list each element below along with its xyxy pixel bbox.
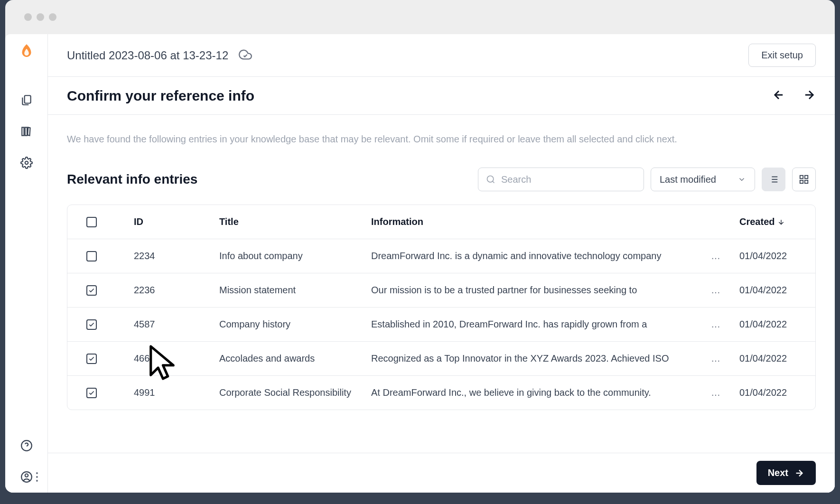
section-title: Confirm your reference info: [67, 88, 254, 104]
sidebar-item-account[interactable]: •••: [20, 471, 33, 483]
window-close-dot[interactable]: [24, 13, 32, 21]
entries-table: ID Title Information Created 2234 Info a…: [67, 205, 816, 410]
document-title[interactable]: Untitled 2023-08-06 at 13-23-12: [67, 49, 228, 62]
cell-information: Established in 2010, DreamForward Inc. h…: [371, 319, 711, 330]
cloud-sync-icon: [239, 48, 252, 63]
svg-line-11: [493, 181, 495, 183]
table-row[interactable]: 4587 Company history Established in 2010…: [67, 308, 815, 342]
row-checkbox[interactable]: [86, 319, 97, 330]
grid-view-button[interactable]: [792, 168, 816, 191]
list-icon: [768, 174, 779, 185]
table-row[interactable]: 4668 Accolades and awards Recognized as …: [67, 342, 815, 376]
next-button[interactable]: Next: [756, 461, 816, 485]
section-header: Confirm your reference info: [48, 77, 835, 115]
cell-title: Company history: [219, 319, 371, 330]
sort-desc-icon: [777, 218, 785, 226]
svg-rect-20: [805, 180, 808, 183]
cell-title: Accolades and awards: [219, 353, 371, 364]
search-icon: [486, 175, 495, 184]
sidebar: •••: [5, 34, 48, 493]
cell-id: 4587: [134, 319, 219, 330]
row-more-button[interactable]: …: [711, 387, 739, 398]
cell-information: Recognized as a Top Innovator in the XYZ…: [371, 353, 711, 364]
row-more-button[interactable]: …: [711, 353, 739, 364]
sidebar-item-documents[interactable]: [20, 94, 33, 106]
row-more-button[interactable]: …: [711, 285, 739, 296]
row-more-button[interactable]: …: [711, 319, 739, 330]
app-logo: [18, 43, 36, 61]
svg-rect-18: [800, 176, 803, 178]
sidebar-item-library[interactable]: [20, 125, 33, 138]
cell-created: 01/04/2022: [739, 353, 815, 364]
svg-point-7: [25, 474, 28, 477]
window-maximize-dot[interactable]: [49, 13, 56, 21]
arrow-right-icon: [794, 468, 804, 478]
cell-information: DreamForward Inc. is a dynamic and innov…: [371, 251, 711, 261]
col-information[interactable]: Information: [371, 216, 711, 227]
svg-rect-1: [22, 127, 24, 135]
svg-rect-0: [24, 95, 30, 103]
cell-id: 2234: [134, 251, 219, 261]
nav-back-button[interactable]: [772, 88, 785, 103]
row-checkbox[interactable]: [86, 251, 97, 261]
cell-information: At DreamForward Inc., we believe in givi…: [371, 387, 711, 398]
svg-rect-21: [800, 180, 803, 183]
col-id[interactable]: ID: [134, 216, 219, 227]
cell-created: 01/04/2022: [739, 285, 815, 296]
svg-rect-19: [805, 176, 808, 178]
next-label: Next: [768, 467, 788, 478]
row-checkbox[interactable]: [86, 388, 97, 398]
sort-select[interactable]: Last modified: [651, 168, 755, 191]
sort-label: Last modified: [660, 174, 716, 185]
row-checkbox[interactable]: [86, 354, 97, 364]
col-created[interactable]: Created: [739, 216, 815, 227]
section-description: We have found the following entries in y…: [67, 134, 816, 145]
cell-id: 4991: [134, 387, 219, 398]
cell-title: Corporate Social Responsibility: [219, 387, 371, 398]
footer: Next: [48, 453, 835, 493]
sidebar-item-settings[interactable]: [20, 157, 33, 169]
cell-created: 01/04/2022: [739, 387, 815, 398]
topbar: Untitled 2023-08-06 at 13-23-12 Exit set…: [48, 34, 835, 77]
cell-title: Info about company: [219, 251, 371, 261]
main-content: Untitled 2023-08-06 at 13-23-12 Exit set…: [48, 34, 835, 493]
row-more-button[interactable]: …: [711, 251, 739, 261]
list-view-button[interactable]: [762, 168, 785, 191]
table-row[interactable]: 4991 Corporate Social Responsibility At …: [67, 376, 815, 410]
search-input[interactable]: [501, 174, 636, 185]
table-header: ID Title Information Created: [67, 205, 815, 239]
cell-created: 01/04/2022: [739, 319, 815, 330]
cell-title: Mission statement: [219, 285, 371, 296]
list-title: Relevant info entries: [67, 172, 197, 187]
exit-setup-button[interactable]: Exit setup: [748, 44, 816, 67]
search-box[interactable]: [478, 168, 644, 191]
nav-forward-button[interactable]: [803, 88, 816, 103]
sidebar-item-help[interactable]: [20, 439, 33, 452]
svg-rect-2: [25, 127, 27, 135]
window-titlebar: [5, 0, 835, 34]
svg-point-10: [487, 176, 494, 182]
grid-icon: [799, 174, 809, 185]
select-all-checkbox[interactable]: [86, 217, 97, 227]
account-menu-dots-icon: •••: [36, 472, 38, 482]
row-checkbox[interactable]: [86, 285, 97, 296]
cell-information: Our mission is to be a trusted partner f…: [371, 285, 711, 296]
cell-id: 4668: [134, 353, 219, 364]
cell-id: 2236: [134, 285, 219, 296]
table-row[interactable]: 2236 Mission statement Our mission is to…: [67, 273, 815, 308]
chevron-down-icon: [737, 175, 746, 184]
window-minimize-dot[interactable]: [37, 13, 44, 21]
cell-created: 01/04/2022: [739, 251, 815, 261]
col-title[interactable]: Title: [219, 216, 371, 227]
table-row[interactable]: 2234 Info about company DreamForward Inc…: [67, 239, 815, 273]
svg-point-3: [25, 161, 28, 165]
